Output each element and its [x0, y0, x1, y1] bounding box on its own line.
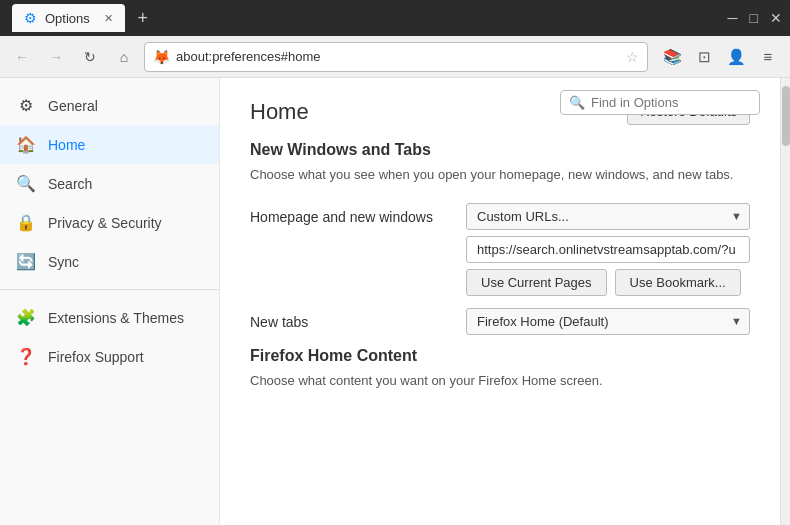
sidebar-item-privacy[interactable]: 🔒 Privacy & Security [0, 203, 219, 242]
sidebar-item-extensions[interactable]: 🧩 Extensions & Themes [0, 298, 219, 337]
use-current-pages-button[interactable]: Use Current Pages [466, 269, 607, 296]
tab-close-button[interactable]: ✕ [104, 12, 113, 25]
sync-icon: 🔄 [16, 252, 36, 271]
home-icon: 🏠 [16, 135, 36, 154]
sidebar-item-label-search: Search [48, 176, 92, 192]
new-tabs-form-row: New tabs Firefox Home (Default)Blank Pag… [250, 308, 750, 335]
main-container: ⚙ General 🏠 Home 🔍 Search 🔒 Privacy & Se… [0, 78, 790, 525]
section-title-firefox-home: Firefox Home Content [250, 347, 750, 365]
address-bar[interactable]: 🦊 about:preferences#home ☆ [144, 42, 648, 72]
toolbar: ← → ↻ ⌂ 🦊 about:preferences#home ☆ 📚 ⊡ 👤… [0, 36, 790, 78]
minimize-button[interactable]: ─ [728, 10, 738, 26]
synced-tabs-button[interactable]: ⊡ [690, 43, 718, 71]
content-area: 🔍 Home Restore Defaults New Windows and … [220, 78, 780, 525]
sidebar-item-general[interactable]: ⚙ General [0, 86, 219, 125]
general-icon: ⚙ [16, 96, 36, 115]
options-tab[interactable]: ⚙ Options ✕ [12, 4, 125, 32]
sidebar-item-sync[interactable]: 🔄 Sync [0, 242, 219, 281]
homepage-control: Firefox Home (Default)Custom URLs...Blan… [466, 203, 750, 296]
sidebar-divider [0, 289, 219, 290]
use-bookmark-button[interactable]: Use Bookmark... [615, 269, 741, 296]
sidebar-item-label-support: Firefox Support [48, 349, 144, 365]
sidebar: ⚙ General 🏠 Home 🔍 Search 🔒 Privacy & Se… [0, 78, 220, 525]
sidebar-item-support[interactable]: ❓ Firefox Support [0, 337, 219, 376]
homepage-label: Homepage and new windows [250, 203, 450, 225]
lock-icon: 🔒 [16, 213, 36, 232]
address-text: about:preferences#home [176, 49, 620, 64]
bookmark-star-icon[interactable]: ☆ [626, 49, 639, 65]
find-in-options-bar[interactable]: 🔍 [560, 90, 760, 115]
firefox-icon: 🦊 [153, 49, 170, 65]
tab-settings-icon: ⚙ [24, 10, 37, 26]
new-tabs-control: Firefox Home (Default)Blank Page ▼ [466, 308, 750, 335]
page-title: Home [250, 99, 309, 125]
new-tab-button[interactable]: + [129, 4, 157, 32]
sidebar-item-label-general: General [48, 98, 98, 114]
forward-button[interactable]: → [42, 43, 70, 71]
sidebar-item-label-home: Home [48, 137, 85, 153]
restore-button[interactable]: □ [750, 10, 758, 26]
extensions-icon: 🧩 [16, 308, 36, 327]
close-button[interactable]: ✕ [770, 10, 782, 26]
tab-title: Options [45, 11, 90, 26]
support-icon: ❓ [16, 347, 36, 366]
new-tabs-select-wrapper: Firefox Home (Default)Blank Page ▼ [466, 308, 750, 335]
section-desc-new-windows: Choose what you see when you open your h… [250, 165, 750, 185]
account-button[interactable]: 👤 [722, 43, 750, 71]
titlebar: ⚙ Options ✕ + ─ □ ✕ [0, 0, 790, 36]
homepage-select-wrapper: Firefox Home (Default)Custom URLs...Blan… [466, 203, 750, 230]
scrollbar-track[interactable] [780, 78, 790, 525]
homepage-btn-row: Use Current Pages Use Bookmark... [466, 269, 750, 296]
back-button[interactable]: ← [8, 43, 36, 71]
content-inner: Home Restore Defaults New Windows and Ta… [220, 78, 780, 428]
new-tabs-dropdown[interactable]: Firefox Home (Default)Blank Page [466, 308, 750, 335]
new-tabs-label: New tabs [250, 308, 450, 330]
home-button[interactable]: ⌂ [110, 43, 138, 71]
sidebar-item-search[interactable]: 🔍 Search [0, 164, 219, 203]
window-controls: ─ □ ✕ [728, 10, 782, 26]
section-title-new-windows: New Windows and Tabs [250, 141, 750, 159]
sidebar-item-label-privacy: Privacy & Security [48, 215, 162, 231]
homepage-url-input[interactable] [466, 236, 750, 263]
toolbar-right-buttons: 📚 ⊡ 👤 ≡ [658, 43, 782, 71]
homepage-form-row: Homepage and new windows Firefox Home (D… [250, 203, 750, 296]
sidebar-item-home[interactable]: 🏠 Home [0, 125, 219, 164]
search-icon: 🔍 [16, 174, 36, 193]
library-button[interactable]: 📚 [658, 43, 686, 71]
find-in-options-input[interactable] [591, 95, 751, 110]
section-desc-firefox-home: Choose what content you want on your Fir… [250, 371, 750, 391]
reload-button[interactable]: ↻ [76, 43, 104, 71]
find-search-icon: 🔍 [569, 95, 585, 110]
homepage-dropdown[interactable]: Firefox Home (Default)Custom URLs...Blan… [466, 203, 750, 230]
scrollbar-thumb[interactable] [782, 86, 790, 146]
sidebar-item-label-extensions: Extensions & Themes [48, 310, 184, 326]
sidebar-item-label-sync: Sync [48, 254, 79, 270]
menu-button[interactable]: ≡ [754, 43, 782, 71]
